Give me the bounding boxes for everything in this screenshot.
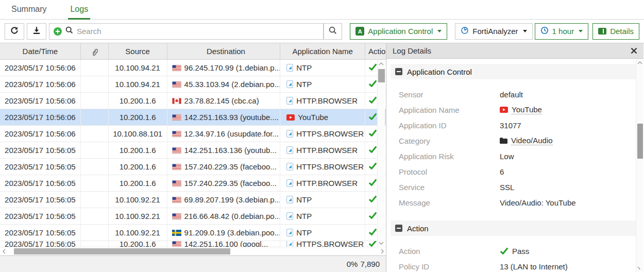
column-header-application-name[interactable]: Application Name [280, 43, 365, 59]
panel-scrollbar-thumb[interactable] [637, 124, 643, 159]
flag-us-icon [172, 197, 181, 203]
field-label: Service [391, 183, 500, 192]
cell-datetime: 2023/05/17 10:56:06 [0, 93, 81, 109]
field-value: Video/Audio [500, 136, 553, 145]
table-scrollbar-thumb[interactable] [378, 69, 385, 82]
detail-field-row: Policy ID13 (LAN to Internet) [391, 259, 636, 272]
column-header-action[interactable]: Action [365, 43, 386, 59]
log-source-dropdown[interactable]: FortiAnalyzer [455, 23, 532, 40]
pass-check-icon [368, 109, 377, 125]
scroll-down-icon[interactable] [636, 264, 644, 272]
cell-application: HTTPS.BROWSER [280, 126, 365, 142]
table-hscrollbar-thumb[interactable] [14, 248, 230, 254]
section-action[interactable]: Action [391, 220, 636, 236]
cell-datetime: 2023/05/17 10:56:06 [0, 109, 81, 125]
filter-link[interactable]: 142.251.163.93 (youtube.... [184, 109, 279, 125]
scroll-left-icon[interactable] [0, 247, 8, 256]
paperclip-icon [91, 47, 98, 56]
field-value-text[interactable]: YouTube [512, 105, 542, 114]
detail-field-row: Application NameYouTube [391, 102, 636, 117]
section-fields: SensordefaultApplication NameYouTubeAppl… [391, 79, 636, 214]
column-header-datetime[interactable]: Date/Time [0, 43, 81, 59]
table-row[interactable]: 2023/05/17 10:56:0610.100.88.10112.34.97… [0, 126, 386, 142]
add-filter-icon[interactable] [54, 27, 62, 36]
table-row[interactable]: 2023/05/17 10:56:0510.100.92.2169.89.207… [0, 192, 386, 208]
toolbar: A Application Control FortiAnalyzer 1 ho… [0, 20, 644, 43]
application-doc-icon [286, 241, 293, 247]
log-type-label: Application Control [368, 27, 433, 36]
search-input[interactable] [77, 27, 319, 36]
scroll-up-icon[interactable] [636, 59, 644, 67]
field-value-text: Video/Audio: YouTube [500, 198, 576, 207]
pass-check-icon [368, 142, 377, 158]
cell-source: 10.200.1.6 [109, 241, 167, 247]
field-label: Protocol [391, 167, 500, 176]
table-row[interactable]: 2023/05/17 10:56:0510.100.92.2191.209.0.… [0, 225, 386, 241]
table-horizontal-scrollbar[interactable] [0, 247, 386, 256]
field-label: Action [391, 247, 500, 256]
cell-application: NTP [280, 208, 365, 224]
search-submit-button[interactable] [324, 23, 342, 40]
collapse-icon [395, 68, 402, 75]
field-value: 6 [500, 167, 504, 176]
table-vertical-scrollbar[interactable] [377, 60, 385, 247]
application-doc-icon [286, 163, 293, 171]
log-type-dropdown[interactable]: A Application Control [350, 23, 447, 40]
flag-us-icon [172, 241, 181, 247]
scroll-right-icon[interactable] [378, 247, 386, 256]
cell-destination: 69.89.207.199 (3.debian.p... [167, 192, 281, 208]
table-row[interactable]: 2023/05/17 10:56:0510.200.1.6157.240.229… [0, 175, 386, 192]
field-value-text: default [500, 90, 523, 99]
filter-link[interactable]: 10.200.1.6 [120, 109, 156, 125]
collapse-icon [395, 225, 402, 232]
time-range-dropdown[interactable]: 1 hour [535, 23, 589, 40]
table-row[interactable]: 2023/05/17 10:56:0610.200.1.6142.251.163… [0, 109, 386, 126]
pass-check-icon [368, 60, 377, 76]
scroll-down-icon[interactable] [378, 239, 385, 247]
close-icon[interactable] [631, 47, 637, 54]
flag-us-icon [172, 180, 181, 186]
detail-field-row: Protocol6 [391, 164, 636, 179]
field-label: Application Risk [391, 152, 500, 161]
table-row[interactable]: 2023/05/17 10:56:0510.200.1.6157.240.229… [0, 159, 386, 175]
table-row[interactable]: 2023/05/17 10:56:0610.200.1.623.78.82.14… [0, 93, 386, 109]
cell-datetime: 2023/05/17 10:56:06 [0, 60, 81, 76]
download-button[interactable] [27, 23, 46, 40]
table-row[interactable]: 2023/05/17 10:56:0610.100.94.2145.33.103… [0, 76, 386, 93]
column-header-source[interactable]: Source [109, 43, 167, 59]
pass-check-icon [368, 175, 377, 191]
details-columns-icon [598, 28, 606, 35]
cell-application: NTP [280, 192, 365, 208]
field-label: Sensor [391, 90, 500, 99]
column-header-destination[interactable]: Destination [167, 43, 281, 59]
table-row[interactable]: 2023/05/17 10:56:0610.100.94.2196.245.17… [0, 60, 386, 76]
cell-attachment [81, 109, 109, 125]
table-row[interactable]: 2023/05/17 10:56:0510.200.1.6142.251.163… [0, 142, 386, 159]
table-row[interactable]: 2023/05/17 10:56:0510.200.1.6142.251.16.… [0, 241, 386, 247]
field-value-text: Pass [512, 247, 529, 256]
field-value-text: 31077 [500, 121, 521, 130]
table-row[interactable]: 2023/05/17 10:56:0510.100.92.21216.66.48… [0, 208, 386, 225]
column-header-attachment[interactable] [81, 43, 109, 59]
application-doc-icon [286, 80, 293, 88]
panel-scrollbar[interactable] [636, 59, 643, 272]
tab-summary[interactable]: Summary [11, 0, 46, 20]
field-value-text: 6 [500, 167, 504, 176]
cell-source: 10.100.92.21 [109, 208, 167, 224]
cell-datetime: 2023/05/17 10:56:05 [0, 192, 81, 208]
detail-field-row: MessageVideo/Audio: YouTube [391, 195, 636, 210]
refresh-button[interactable] [5, 23, 24, 40]
filter-link[interactable]: 10.100.94.21 [115, 76, 160, 92]
section-application-control[interactable]: Application Control [391, 64, 636, 79]
flag-sweden-icon [172, 230, 181, 236]
details-toggle-button[interactable]: Details [592, 23, 639, 40]
pass-check-icon [368, 93, 377, 109]
cell-destination: 96.245.170.99 (1.debian.p... [167, 60, 281, 76]
pass-check-icon [368, 76, 377, 92]
field-value: 31077 [500, 121, 521, 130]
tab-logs[interactable]: Logs [70, 0, 88, 20]
scroll-up-icon[interactable] [378, 60, 385, 68]
chevron-down-icon [579, 30, 583, 32]
field-value-text[interactable]: Video/Audio [511, 136, 553, 145]
filter-link[interactable]: 45.33.103.94 (2.debian.po... [184, 76, 281, 92]
